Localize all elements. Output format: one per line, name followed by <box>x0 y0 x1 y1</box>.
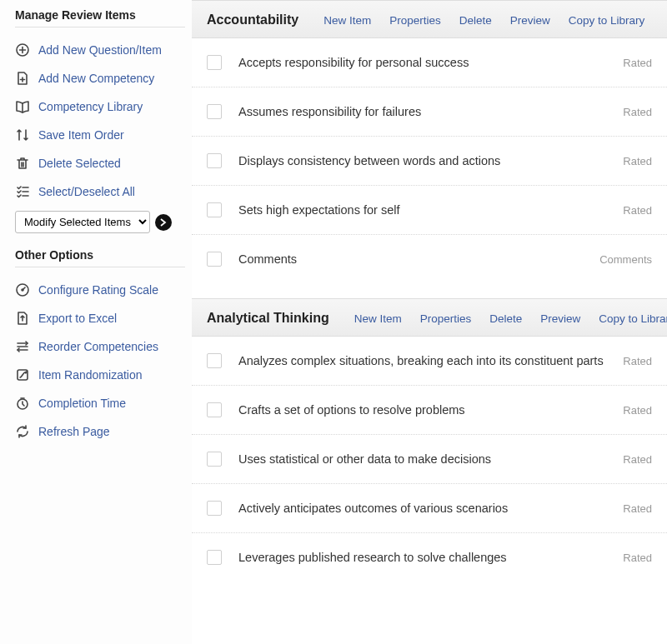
other-item-1[interactable]: Export to Excel <box>15 304 185 332</box>
item-row: Uses statistical or other data to make d… <box>192 435 667 484</box>
competency-title: Analytical Thinking <box>207 311 329 326</box>
item-checkbox[interactable] <box>207 402 222 417</box>
competency-block: Analytical ThinkingNew ItemPropertiesDel… <box>192 298 667 582</box>
shuffle-icon <box>15 367 30 382</box>
item-row: Assumes responsibility for failuresRated <box>192 87 667 137</box>
other-item-label: Export to Excel <box>38 312 117 325</box>
competency-action-delete[interactable]: Delete <box>489 312 522 325</box>
item-row: CommentsComments <box>192 235 667 283</box>
item-text: Actively anticipates outcomes of various… <box>238 502 606 515</box>
main-content: AccountabilityNew ItemPropertiesDeletePr… <box>192 0 667 644</box>
manage-list: Add New Question/ItemAdd New CompetencyC… <box>15 36 185 206</box>
competency-action-new-item[interactable]: New Item <box>354 312 402 325</box>
item-text: Displays consistency between words and a… <box>238 154 606 167</box>
manage-item-label: Competency Library <box>38 100 143 113</box>
item-text: Assumes responsibility for failures <box>238 105 606 118</box>
checklist-icon <box>15 184 30 199</box>
trash-icon <box>15 156 30 171</box>
item-type: Rated <box>623 404 652 417</box>
sidebar: Manage Review Items Add New Question/Ite… <box>0 0 192 644</box>
item-type: Rated <box>623 552 652 564</box>
competency-action-copy-to-library[interactable]: Copy to Library <box>569 14 645 27</box>
item-row: Displays consistency between words and a… <box>192 137 667 186</box>
item-checkbox[interactable] <box>207 550 222 565</box>
other-heading: Other Options <box>15 248 185 267</box>
competency-block: AccountabilityNew ItemPropertiesDeletePr… <box>192 0 667 283</box>
item-row: Actively anticipates outcomes of various… <box>192 484 667 533</box>
plus-circle-icon <box>15 42 30 57</box>
manage-item-3[interactable]: Save Item Order <box>15 121 185 149</box>
manage-item-1[interactable]: Add New Competency <box>15 64 185 92</box>
item-text: Crafts a set of options to resolve probl… <box>238 403 606 417</box>
competency-action-copy-to-library[interactable]: Copy to Library <box>599 312 667 325</box>
file-plus-icon <box>15 71 30 86</box>
other-item-label: Reorder Competencies <box>38 340 158 353</box>
item-text: Sets high expectations for self <box>238 203 606 217</box>
competency-action-preview[interactable]: Preview <box>510 14 550 27</box>
item-type: Rated <box>623 106 652 118</box>
svg-point-12 <box>22 289 23 291</box>
item-checkbox[interactable] <box>207 55 222 70</box>
book-icon <box>15 99 30 114</box>
manage-item-label: Add New Question/Item <box>38 43 162 57</box>
item-row: Leverages published research to solve ch… <box>192 533 667 582</box>
item-text: Comments <box>238 252 583 266</box>
item-checkbox[interactable] <box>207 104 222 119</box>
manage-item-4[interactable]: Delete Selected <box>15 149 185 177</box>
gauge-icon <box>15 282 30 297</box>
manage-item-label: Delete Selected <box>38 157 121 170</box>
modify-select[interactable]: Modify Selected Items <box>15 211 150 233</box>
manage-item-label: Save Item Order <box>38 128 124 142</box>
other-item-2[interactable]: Reorder Competencies <box>15 332 185 361</box>
item-row: Sets high expectations for selfRated <box>192 186 667 235</box>
item-row: Analyzes complex situations, breaking ea… <box>192 337 667 386</box>
manage-item-label: Add New Competency <box>38 72 154 85</box>
item-type: Rated <box>623 453 652 466</box>
manage-item-0[interactable]: Add New Question/Item <box>15 36 185 64</box>
manage-heading: Manage Review Items <box>15 8 185 27</box>
other-item-label: Refresh Page <box>38 425 110 438</box>
other-list: Configure Rating ScaleExport to ExcelReo… <box>15 276 185 446</box>
competency-action-new-item[interactable]: New Item <box>323 14 371 27</box>
other-item-0[interactable]: Configure Rating Scale <box>15 276 185 304</box>
item-checkbox[interactable] <box>207 501 222 516</box>
competency-action-delete[interactable]: Delete <box>459 14 492 27</box>
item-checkbox[interactable] <box>207 353 222 368</box>
manage-item-5[interactable]: Select/Deselect All <box>15 177 185 206</box>
competency-action-properties[interactable]: Properties <box>420 312 472 325</box>
item-checkbox[interactable] <box>207 252 222 267</box>
item-text: Analyzes complex situations, breaking ea… <box>238 354 606 367</box>
manage-item-label: Select/Deselect All <box>38 185 135 198</box>
competency-header: Analytical ThinkingNew ItemPropertiesDel… <box>192 298 667 337</box>
refresh-icon <box>15 424 30 439</box>
item-row: Crafts a set of options to resolve probl… <box>192 386 667 435</box>
item-row: Accepts responsibility for personal succ… <box>192 38 667 87</box>
competency-action-properties[interactable]: Properties <box>389 14 441 27</box>
other-item-label: Configure Rating Scale <box>38 283 158 297</box>
item-text: Uses statistical or other data to make d… <box>238 452 606 466</box>
clock-icon <box>15 396 30 411</box>
go-button[interactable] <box>155 214 172 231</box>
item-type: Rated <box>623 57 652 69</box>
manage-item-2[interactable]: Competency Library <box>15 92 185 121</box>
other-item-label: Item Randomization <box>38 368 143 382</box>
other-item-5[interactable]: Refresh Page <box>15 417 185 446</box>
item-type: Rated <box>623 155 652 167</box>
modify-dropdown-row: Modify Selected Items <box>15 211 185 233</box>
export-icon <box>15 311 30 326</box>
item-type: Comments <box>599 253 652 266</box>
item-type: Rated <box>623 502 652 515</box>
competency-header: AccountabilityNew ItemPropertiesDeletePr… <box>192 0 667 38</box>
item-checkbox[interactable] <box>207 452 222 467</box>
item-type: Rated <box>623 204 652 217</box>
other-item-3[interactable]: Item Randomization <box>15 361 185 389</box>
item-checkbox[interactable] <box>207 153 222 168</box>
item-text: Accepts responsibility for personal succ… <box>238 56 606 69</box>
other-item-label: Completion Time <box>38 397 126 410</box>
item-checkbox[interactable] <box>207 202 222 217</box>
competency-action-preview[interactable]: Preview <box>540 312 580 325</box>
other-item-4[interactable]: Completion Time <box>15 389 185 417</box>
competency-title: Accountability <box>207 12 298 27</box>
reorder-icon <box>15 339 30 354</box>
item-type: Rated <box>623 355 652 367</box>
